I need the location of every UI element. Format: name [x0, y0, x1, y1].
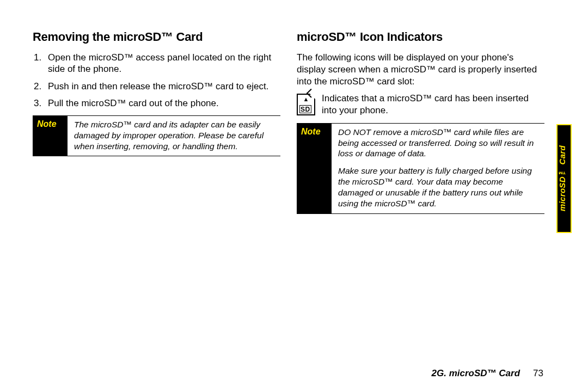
step-text: Push in and then release the microSD™ ca… — [48, 81, 268, 91]
note-paragraph: The microSD™ card and its adapter can be… — [74, 119, 276, 151]
icon-explanation-row: ▲ SD Indicates that a microSD™ card has … — [297, 93, 544, 117]
step-number: 2. — [34, 81, 41, 92]
removal-steps-list: 1.Open the microSD™ access panel located… — [33, 52, 280, 109]
note-box-left: Note The microSD™ card and its adapter c… — [33, 115, 280, 156]
note-body: DO NOT remove a microSD™ card while file… — [332, 124, 544, 213]
step-number: 3. — [34, 97, 41, 109]
left-heading: Removing the microSD™ Card — [33, 30, 280, 44]
note-label: Note — [33, 116, 68, 156]
icon-description: Indicates that a microSD™ card has been … — [322, 93, 544, 117]
note-paragraph: Make sure your battery is fully charged … — [338, 166, 540, 209]
note-body: The microSD™ card and its adapter can be… — [68, 116, 280, 156]
thumb-tab: microSD™ Card — [556, 124, 572, 233]
two-column-layout: Removing the microSD™ Card 1.Open the mi… — [33, 30, 555, 214]
footer-section-title: 2G. microSD™ Card — [432, 368, 520, 378]
step-number: 1. — [34, 52, 41, 63]
step-text: Pull the microSD™ card out of the phone. — [48, 98, 219, 108]
manual-page: Removing the microSD™ Card 1.Open the mi… — [0, 0, 588, 392]
step-item: 2.Push in and then release the microSD™ … — [44, 81, 280, 92]
microsd-icon-label: SD — [299, 105, 311, 113]
note-label: Note — [297, 124, 332, 213]
microsd-icon: ▲ SD — [297, 94, 315, 115]
right-heading: microSD™ Icon Indicators — [297, 30, 544, 44]
note-paragraph: DO NOT remove a microSD™ card while file… — [338, 127, 540, 159]
page-footer: 2G. microSD™ Card73 — [432, 368, 543, 379]
step-item: 1.Open the microSD™ access panel located… — [44, 52, 280, 75]
footer-page-number: 73 — [533, 368, 543, 378]
intro-paragraph: The following icons will be displayed on… — [297, 52, 544, 87]
right-column: microSD™ Icon Indicators The following i… — [297, 30, 555, 214]
note-box-right: Note DO NOT remove a microSD™ card while… — [297, 123, 544, 214]
left-column: Removing the microSD™ Card 1.Open the mi… — [33, 30, 280, 214]
step-item: 3.Pull the microSD™ card out of the phon… — [44, 97, 280, 109]
step-text: Open the microSD™ access panel located o… — [48, 52, 271, 74]
microsd-icon-arrow: ▲ — [298, 96, 314, 102]
